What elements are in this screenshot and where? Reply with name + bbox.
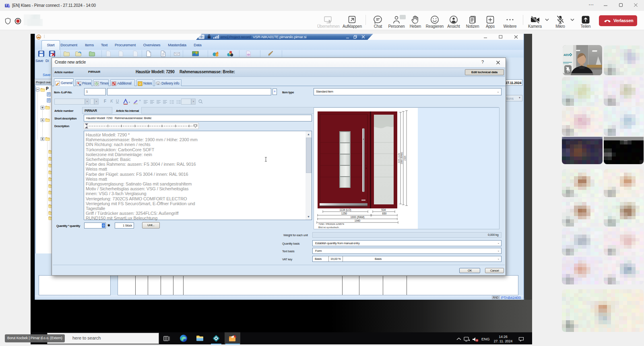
svg-text:1940: 1940 [355,219,361,222]
svg-text:2300 (RAM): 2300 (RAM) [400,152,403,164]
svg-text:1900 (RAM): 1900 (RAM) [350,216,364,219]
svg-text:AES: AES [564,54,569,56]
svg-text:▾: ▾ [129,101,130,103]
svg-text:2320: 2320 [404,156,406,161]
svg-text:2231 (LO): 2231 (LO) [398,153,400,163]
svg-text:650: 650 [382,212,387,215]
svg-text:Bild ist symbolisch.: Bild ist symbolisch. [318,226,340,229]
svg-text:534: 534 [382,208,386,211]
svg-text:T: T [6,4,7,7]
svg-text:1250: 1250 [341,212,347,215]
svg-text:1134 (LO): 1134 (LO) [340,208,351,212]
svg-text:7290 / PR2024-129574: 7290 / PR2024-129574 [318,222,345,225]
